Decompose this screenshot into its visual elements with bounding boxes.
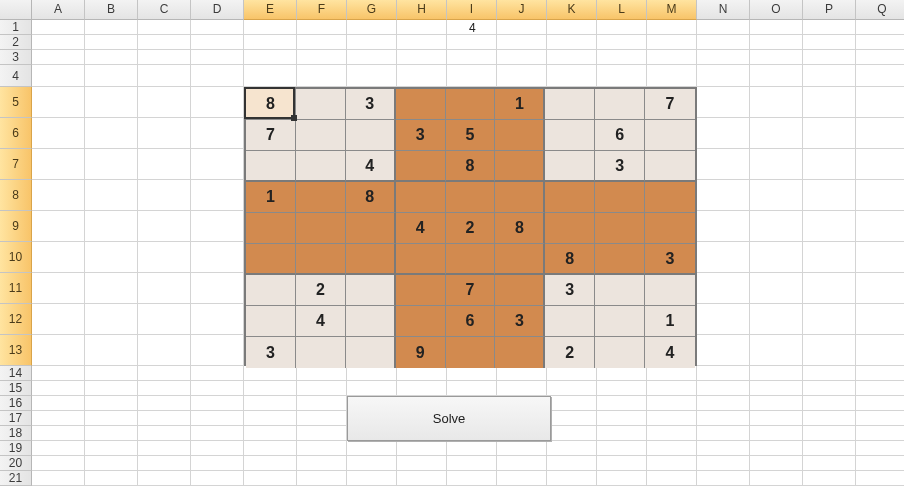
- cell-K4[interactable]: [547, 65, 597, 87]
- cell-L3[interactable]: [597, 50, 647, 65]
- cell-Q2[interactable]: [856, 35, 904, 50]
- sudoku-cell-r6-c6[interactable]: [495, 244, 545, 275]
- cell-C7[interactable]: [138, 149, 191, 180]
- cell-A1[interactable]: [32, 20, 85, 35]
- row-header-6[interactable]: 6: [0, 118, 32, 149]
- cell-M3[interactable]: [647, 50, 697, 65]
- cell-P19[interactable]: [803, 441, 856, 456]
- cell-L14[interactable]: [597, 366, 647, 381]
- cell-A4[interactable]: [32, 65, 85, 87]
- cell-Q8[interactable]: [856, 180, 904, 211]
- sudoku-cell-r1-c3[interactable]: 3: [346, 89, 396, 120]
- cell-G3[interactable]: [347, 50, 397, 65]
- cell-N4[interactable]: [697, 65, 750, 87]
- cell-E4[interactable]: [244, 65, 297, 87]
- column-header-A[interactable]: A: [32, 0, 85, 20]
- cell-A10[interactable]: [32, 242, 85, 273]
- cell-P13[interactable]: [803, 335, 856, 366]
- sudoku-cell-r7-c6[interactable]: [495, 275, 545, 306]
- cell-J15[interactable]: [497, 381, 547, 396]
- cell-Q21[interactable]: [856, 471, 904, 486]
- row-header-3[interactable]: 3: [0, 50, 32, 65]
- cell-L2[interactable]: [597, 35, 647, 50]
- cell-N1[interactable]: [697, 20, 750, 35]
- row-header-7[interactable]: 7: [0, 149, 32, 180]
- cell-N11[interactable]: [697, 273, 750, 304]
- cell-Q16[interactable]: [856, 396, 904, 411]
- cell-A9[interactable]: [32, 211, 85, 242]
- sudoku-cell-r4-c6[interactable]: [495, 182, 545, 213]
- cell-O10[interactable]: [750, 242, 803, 273]
- sudoku-cell-r4-c5[interactable]: [446, 182, 496, 213]
- sudoku-cell-r2-c4[interactable]: 3: [396, 120, 446, 151]
- cell-I19[interactable]: [447, 441, 497, 456]
- column-header-D[interactable]: D: [191, 0, 244, 20]
- cell-Q20[interactable]: [856, 456, 904, 471]
- cell-A6[interactable]: [32, 118, 85, 149]
- sudoku-cell-r1-c7[interactable]: [545, 89, 595, 120]
- cell-J4[interactable]: [497, 65, 547, 87]
- cell-I21[interactable]: [447, 471, 497, 486]
- cell-F18[interactable]: [297, 426, 347, 441]
- cell-O13[interactable]: [750, 335, 803, 366]
- cell-K1[interactable]: [547, 20, 597, 35]
- sudoku-cell-r9-c1[interactable]: 3: [246, 337, 296, 368]
- cell-B14[interactable]: [85, 366, 138, 381]
- cell-P8[interactable]: [803, 180, 856, 211]
- cell-O15[interactable]: [750, 381, 803, 396]
- cell-C16[interactable]: [138, 396, 191, 411]
- cell-K2[interactable]: [547, 35, 597, 50]
- cell-N10[interactable]: [697, 242, 750, 273]
- cell-G20[interactable]: [347, 456, 397, 471]
- sudoku-cell-r6-c3[interactable]: [346, 244, 396, 275]
- cell-C17[interactable]: [138, 411, 191, 426]
- cell-O6[interactable]: [750, 118, 803, 149]
- cell-G14[interactable]: [347, 366, 397, 381]
- cell-P7[interactable]: [803, 149, 856, 180]
- cell-F17[interactable]: [297, 411, 347, 426]
- cell-E14[interactable]: [244, 366, 297, 381]
- sudoku-board[interactable]: 83177356483184288327346313924: [244, 87, 697, 366]
- cell-A3[interactable]: [32, 50, 85, 65]
- cell-K17[interactable]: [547, 411, 597, 426]
- sudoku-cell-r1-c2[interactable]: [296, 89, 346, 120]
- cell-B1[interactable]: [85, 20, 138, 35]
- cell-B8[interactable]: [85, 180, 138, 211]
- cell-B4[interactable]: [85, 65, 138, 87]
- cell-G2[interactable]: [347, 35, 397, 50]
- cell-Q11[interactable]: [856, 273, 904, 304]
- cell-I3[interactable]: [447, 50, 497, 65]
- cell-D4[interactable]: [191, 65, 244, 87]
- cell-C12[interactable]: [138, 304, 191, 335]
- cell-C15[interactable]: [138, 381, 191, 396]
- sudoku-cell-r8-c7[interactable]: [545, 306, 595, 337]
- cell-O3[interactable]: [750, 50, 803, 65]
- cell-O12[interactable]: [750, 304, 803, 335]
- sudoku-cell-r3-c4[interactable]: [396, 151, 446, 182]
- cell-P16[interactable]: [803, 396, 856, 411]
- cell-B15[interactable]: [85, 381, 138, 396]
- cell-O2[interactable]: [750, 35, 803, 50]
- cell-Q1[interactable]: [856, 20, 904, 35]
- sudoku-cell-r1-c6[interactable]: 1: [495, 89, 545, 120]
- sudoku-cell-r3-c3[interactable]: 4: [346, 151, 396, 182]
- cell-A8[interactable]: [32, 180, 85, 211]
- row-header-8[interactable]: 8: [0, 180, 32, 211]
- cell-E16[interactable]: [244, 396, 297, 411]
- cell-M17[interactable]: [647, 411, 697, 426]
- sudoku-cell-r7-c3[interactable]: [346, 275, 396, 306]
- row-header-18[interactable]: 18: [0, 426, 32, 441]
- sudoku-cell-r9-c7[interactable]: 2: [545, 337, 595, 368]
- cell-D3[interactable]: [191, 50, 244, 65]
- sudoku-cell-r4-c7[interactable]: [545, 182, 595, 213]
- sudoku-cell-r4-c3[interactable]: 8: [346, 182, 396, 213]
- sudoku-cell-r6-c8[interactable]: [595, 244, 645, 275]
- row-header-17[interactable]: 17: [0, 411, 32, 426]
- column-header-J[interactable]: J: [497, 0, 547, 20]
- cell-F3[interactable]: [297, 50, 347, 65]
- cell-B18[interactable]: [85, 426, 138, 441]
- sudoku-cell-r6-c2[interactable]: [296, 244, 346, 275]
- sudoku-cell-r2-c5[interactable]: 5: [446, 120, 496, 151]
- cell-Q5[interactable]: [856, 87, 904, 118]
- sudoku-cell-r2-c9[interactable]: [645, 120, 695, 151]
